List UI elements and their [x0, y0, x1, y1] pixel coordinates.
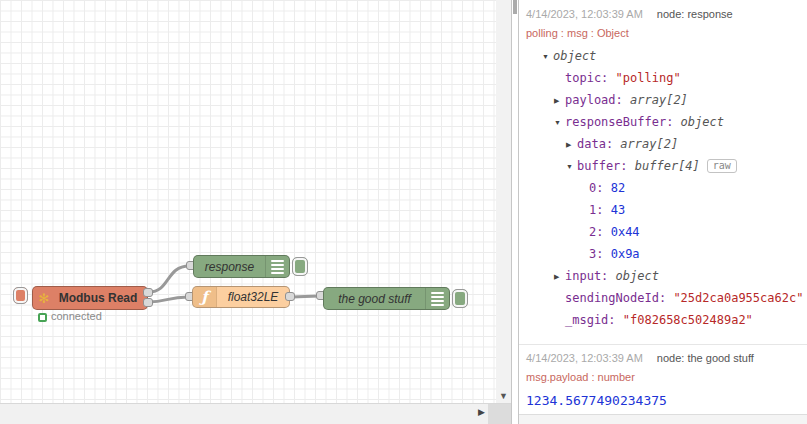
node-modbus-read[interactable]: ✻ Modbus Read [32, 286, 148, 310]
debug-value: "polling" [616, 71, 681, 85]
canvas-horizontal-scrollbar[interactable]: ▶ [0, 403, 511, 424]
debug-tree-row: 0: 82 [526, 181, 799, 197]
debug-key: topic: [565, 71, 616, 85]
debug-list-icon [425, 288, 449, 309]
debug-value: 0x9a [611, 247, 640, 261]
debug-tree-row: ▶payload: array[2] [526, 93, 799, 109]
raw-toggle-button[interactable]: raw [707, 159, 737, 173]
debug-key: payload: [565, 93, 630, 107]
node-status-text: connected [51, 310, 102, 322]
node-response[interactable]: response [193, 255, 290, 278]
debug-source-node[interactable]: node: response [657, 8, 733, 20]
node-float32le[interactable]: ƒ float32LE [192, 286, 290, 308]
debug-key: 2: [589, 225, 611, 239]
debug-message-meta: 4/14/2023, 12:03:39 AM node: the good st… [526, 352, 799, 364]
debug-value: 0x44 [611, 225, 640, 239]
flow-canvas[interactable]: ✻ Modbus Read connected response ƒ float… [0, 0, 496, 403]
debug-value: array[2] [620, 137, 678, 151]
debug-key: responseBuffer: [565, 115, 681, 129]
scroll-down-arrow-icon[interactable]: ▼ [496, 391, 511, 401]
debug-tree-row: topic: "polling" [526, 71, 799, 87]
debug-tree-row: ▶input: object [526, 269, 799, 285]
debug-number-value[interactable]: 1234.5677490234375 [526, 393, 799, 408]
debug-tree-row: 3: 0x9a [526, 247, 799, 263]
debug-tree-row: 2: 0x44 [526, 225, 799, 241]
debug-value: 82 [611, 181, 625, 195]
debug-value: "f082658c502489a2" [623, 313, 753, 327]
debug-value: object [681, 115, 724, 129]
wires-layer [0, 0, 496, 403]
collapse-icon[interactable]: ▼ [566, 163, 577, 170]
debug-value: object [616, 269, 659, 283]
node-label: float32LE [217, 287, 289, 307]
goodstuff-debug-toggle-button[interactable] [452, 289, 468, 308]
separator-grip[interactable] [513, 0, 517, 14]
collapse-icon[interactable]: ▼ [554, 119, 565, 126]
expand-icon[interactable]: ▶ [566, 141, 577, 149]
debug-key: _msgid: [565, 313, 623, 327]
debug-timestamp: 4/14/2023, 12:03:39 AM [526, 352, 643, 364]
canvas-vertical-scrollbar[interactable]: ▼ [496, 0, 511, 403]
debug-value: buffer[4] [635, 159, 700, 173]
float32-output-port[interactable] [285, 292, 295, 301]
debug-tree-row: ▼buffer: buffer[4]raw [526, 159, 799, 175]
debug-value: 43 [611, 203, 625, 217]
debug-key: 1: [589, 203, 611, 217]
node-red-editor: ✻ Modbus Read connected response ƒ float… [0, 0, 807, 424]
debug-tree-row: 1: 43 [526, 203, 799, 219]
debug-key: sendingNodeId: [565, 291, 673, 305]
node-label: response [194, 256, 265, 277]
debug-timestamp: 4/14/2023, 12:03:39 AM [526, 8, 643, 20]
modbus-node-button[interactable] [13, 287, 28, 304]
debug-value: object [553, 49, 596, 63]
debug-message-path: polling : msg : Object [526, 27, 799, 39]
debug-message: 4/14/2023, 12:03:39 AM node: the good st… [519, 345, 807, 408]
debug-tree-row: sendingNodeId: "25d2ca0a955ca62c" [526, 291, 799, 307]
debug-tree-row: ▼object [526, 49, 799, 65]
horizontal-scrollbar-thumb[interactable] [488, 404, 511, 424]
node-label: the good stuff [324, 288, 425, 309]
debug-tree-row: _msgid: "f082658c502489a2" [526, 313, 799, 329]
debug-tree: ▼objecttopic: "polling"▶payload: array[2… [526, 49, 799, 329]
collapse-icon[interactable]: ▼ [542, 53, 553, 60]
scroll-right-arrow-icon[interactable]: ▶ [478, 407, 485, 417]
debug-sidebar: 4/14/2023, 12:03:39 AM node: response po… [519, 0, 807, 424]
wire-modbus-to-response[interactable] [149, 266, 189, 292]
debug-value: "25d2ca0a955ca62c" [673, 291, 803, 305]
function-icon: ƒ [193, 287, 217, 307]
modbus-output-port-2[interactable] [143, 298, 153, 307]
debug-message-path: msg.payload : number [526, 371, 799, 383]
expand-icon[interactable]: ▶ [554, 97, 565, 105]
node-the-good-stuff[interactable]: the good stuff [323, 287, 450, 310]
sidebar-footer [519, 414, 807, 424]
wire-modbus-to-float32[interactable] [149, 297, 188, 302]
debug-key: input: [565, 269, 616, 283]
debug-key: 0: [589, 181, 611, 195]
node-status-icon [38, 313, 47, 322]
debug-tree-row: ▼responseBuffer: object [526, 115, 799, 131]
node-label: Modbus Read [55, 287, 147, 309]
debug-message-meta: 4/14/2023, 12:03:39 AM node: response [526, 8, 799, 20]
debug-list-icon [265, 256, 289, 277]
response-debug-toggle-button[interactable] [292, 257, 308, 276]
debug-key: data: [577, 137, 620, 151]
debug-message: 4/14/2023, 12:03:39 AM node: response po… [519, 0, 807, 345]
debug-value: array[2] [630, 93, 688, 107]
modbus-node-icon: ✻ [33, 287, 55, 309]
modbus-output-port-1[interactable] [143, 288, 153, 297]
debug-key: buffer: [577, 159, 635, 173]
debug-key: 3: [589, 247, 611, 261]
sidebar-resize-separator[interactable] [511, 0, 519, 424]
expand-icon[interactable]: ▶ [554, 273, 565, 281]
debug-tree-row: ▶data: array[2] [526, 137, 799, 153]
debug-source-node[interactable]: node: the good stuff [657, 352, 754, 364]
